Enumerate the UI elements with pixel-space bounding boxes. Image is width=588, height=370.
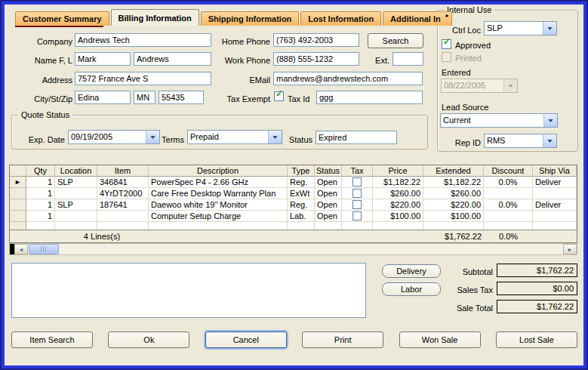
tab-lost-information[interactable]: Lost Information (300, 11, 381, 26)
cell-price[interactable]: $260.00 (373, 188, 423, 199)
col-header-qty[interactable]: Qty (26, 165, 55, 177)
delivery-button[interactable]: Delivery (382, 264, 441, 278)
cancel-button[interactable]: Cancel (205, 331, 287, 348)
row-selector[interactable] (10, 199, 26, 211)
cell-extended[interactable]: $220.00 (423, 199, 484, 211)
rep-id-select[interactable]: RMS ▼ (484, 134, 557, 148)
cell-type[interactable]: Reg. (288, 177, 315, 188)
notes-textarea[interactable] (11, 263, 366, 318)
cell-type[interactable]: ExWt (288, 188, 315, 199)
cell-item[interactable]: 4YrDT2000 (97, 188, 149, 199)
cell-shipvia[interactable] (533, 188, 577, 199)
approved-checkbox[interactable]: ✓ (442, 39, 451, 49)
terms-select[interactable]: Prepaid ▼ (187, 130, 282, 144)
cell-extended[interactable]: $100.00 (423, 211, 484, 222)
scroll-right-arrow-icon[interactable]: ► (563, 244, 577, 254)
row-selector[interactable] (10, 211, 26, 222)
cell-discount[interactable]: 0.0% (484, 177, 533, 188)
cell-price[interactable]: $100.00 (373, 211, 423, 222)
cell-shipvia[interactable]: Deliver (533, 199, 577, 211)
status-input[interactable] (316, 131, 397, 144)
cell-shipvia[interactable]: Deliver (533, 177, 577, 188)
lead-source-select[interactable]: Current ▼ (440, 113, 558, 128)
home-phone-input[interactable] (273, 33, 359, 47)
row-selector[interactable] (10, 188, 26, 199)
ok-button[interactable]: Ok (108, 331, 189, 348)
cell-status[interactable]: Open (315, 177, 342, 188)
cell-status[interactable]: Open (315, 188, 342, 199)
cell-discount[interactable] (484, 211, 533, 222)
tax-checkbox[interactable] (352, 200, 362, 209)
cell-location[interactable] (55, 188, 97, 199)
table-row[interactable]: 1 SLP 187641 Daewoo white 19" Monitor Re… (10, 199, 577, 211)
empty-row[interactable] (10, 222, 577, 230)
city-input[interactable] (75, 91, 131, 104)
cell-description[interactable]: Daewoo white 19" Monitor (149, 199, 288, 211)
cell-qty[interactable]: 1 (26, 188, 55, 199)
col-header-description[interactable]: Description (149, 165, 288, 177)
col-header-selector[interactable] (10, 165, 26, 177)
cell-status[interactable]: Open (315, 211, 342, 222)
cell-status[interactable]: Open (315, 199, 342, 211)
first-name-input[interactable] (75, 52, 131, 66)
col-header-type[interactable]: Type (288, 165, 315, 177)
table-row[interactable]: ► 1 SLP 346841 PowerSpec P4 - 2.66 GHz R… (10, 177, 577, 188)
cell-price[interactable]: $220.00 (373, 199, 423, 211)
col-header-discount[interactable]: Discount (484, 165, 533, 177)
cell-item[interactable]: 346841 (97, 177, 149, 188)
print-button[interactable]: Print (302, 331, 383, 348)
cell-description[interactable]: Care Free Desktop Warranty Plan (149, 188, 288, 199)
email-input[interactable] (273, 72, 423, 85)
cell-location[interactable]: SLP (55, 177, 97, 188)
scroll-left-arrow-icon[interactable]: ◄ (14, 244, 28, 254)
state-input[interactable] (134, 91, 155, 104)
cell-location[interactable]: SLP (55, 199, 97, 211)
cell-item[interactable]: 187641 (97, 199, 149, 211)
col-header-shipvia[interactable]: Ship Via (533, 165, 577, 177)
tab-billing-information[interactable]: Billing Information (111, 9, 199, 26)
table-row[interactable]: 1 4YrDT2000 Care Free Desktop Warranty P… (10, 188, 577, 199)
cell-qty[interactable]: 1 (26, 199, 55, 211)
tab-shipping-information[interactable]: Shipping Information (201, 11, 300, 26)
item-search-button[interactable]: Item Search (11, 331, 93, 348)
tax-checkbox[interactable] (352, 211, 362, 220)
cell-price[interactable]: $1,182.22 (373, 177, 423, 188)
cell-item[interactable] (97, 211, 149, 222)
table-row[interactable]: 1 Computer Setup Charge Lab. Open $100.0… (10, 211, 577, 222)
exp-date-select[interactable]: 09/19/2005 ▼ (68, 130, 160, 144)
cell-type[interactable]: Lab. (288, 211, 315, 222)
zip-input[interactable] (159, 91, 204, 104)
last-name-input[interactable] (134, 52, 211, 66)
cell-description[interactable]: PowerSpec P4 - 2.66 GHz (149, 177, 288, 188)
col-header-tax[interactable]: Tax (342, 165, 373, 177)
col-header-extended[interactable]: Extended (423, 165, 484, 177)
cell-description[interactable]: Computer Setup Charge (149, 211, 288, 222)
cell-qty[interactable]: 1 (26, 177, 55, 188)
address-input[interactable] (75, 72, 211, 85)
tax-checkbox[interactable] (352, 177, 362, 187)
tax-id-input[interactable] (316, 91, 423, 104)
col-header-price[interactable]: Price (373, 165, 423, 177)
cell-discount[interactable] (484, 188, 533, 199)
col-header-location[interactable]: Location (55, 165, 97, 177)
cell-location[interactable] (55, 211, 97, 222)
cell-extended[interactable]: $260.00 (423, 188, 484, 199)
ctrl-loc-select[interactable]: SLP ▼ (484, 21, 557, 35)
search-button[interactable]: Search (368, 33, 423, 48)
scrollbar-track[interactable] (59, 244, 563, 254)
scrollbar-thumb[interactable] (29, 244, 59, 254)
cell-discount[interactable]: 0.0% (484, 199, 533, 211)
company-input[interactable] (75, 33, 211, 47)
lost-sale-button[interactable]: Lost Sale (496, 331, 577, 348)
cell-shipvia[interactable] (533, 211, 577, 222)
col-header-status[interactable]: Status (315, 165, 342, 177)
cell-type[interactable]: Reg. (288, 199, 315, 211)
labor-button[interactable]: Labor (382, 282, 441, 296)
won-sale-button[interactable]: Won Sale (399, 331, 481, 348)
cell-qty[interactable]: 1 (26, 211, 55, 222)
ext-input[interactable] (393, 52, 423, 66)
cell-extended[interactable]: $1,182.22 (423, 177, 484, 188)
tab-scroll-right-icon[interactable]: ► (445, 13, 450, 19)
tax-checkbox[interactable] (352, 189, 362, 198)
tab-customer-summary[interactable]: Customer Summary (15, 11, 109, 26)
